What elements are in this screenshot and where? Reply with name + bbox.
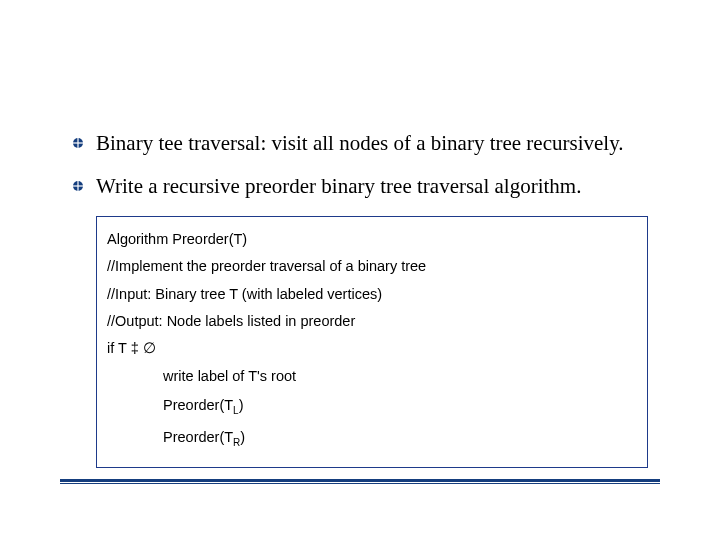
bullet-icon [72, 180, 84, 192]
algo-step: Preorder(TR) [163, 429, 637, 449]
algo-comment: //Input: Binary tree T (with labeled ver… [107, 286, 637, 303]
algo-text: ) [239, 397, 244, 413]
algo-text: ) [240, 429, 245, 445]
bullet-text: Write a recursive preorder binary tree t… [96, 173, 581, 200]
empty-set-symbol: ∅ [139, 340, 156, 356]
bullet-item: Binary tee traversal: visit all nodes of… [72, 130, 660, 157]
algo-step: write label of T's root [163, 368, 637, 385]
algo-text: Preorder(T [163, 429, 233, 445]
algo-comment: //Output: Node labels listed in preorder [107, 313, 637, 330]
algo-text: if T [107, 340, 131, 356]
neq-symbol: ‡ [131, 340, 139, 356]
algo-comment: //Implement the preorder traversal of a … [107, 258, 637, 275]
bullet-text: Binary tee traversal: visit all nodes of… [96, 130, 624, 157]
slide: Binary tee traversal: visit all nodes of… [0, 0, 720, 540]
algo-if-line: if T ‡ ∅ [107, 340, 637, 357]
algo-text: Preorder(T [163, 397, 233, 413]
bullet-item: Write a recursive preorder binary tree t… [72, 173, 660, 200]
algo-header: Algorithm Preorder(T) [107, 231, 637, 248]
algo-step: Preorder(TL) [163, 397, 637, 417]
algorithm-box: Algorithm Preorder(T) //Implement the pr… [96, 216, 648, 468]
bullet-icon [72, 137, 84, 149]
footer-divider [60, 479, 660, 484]
